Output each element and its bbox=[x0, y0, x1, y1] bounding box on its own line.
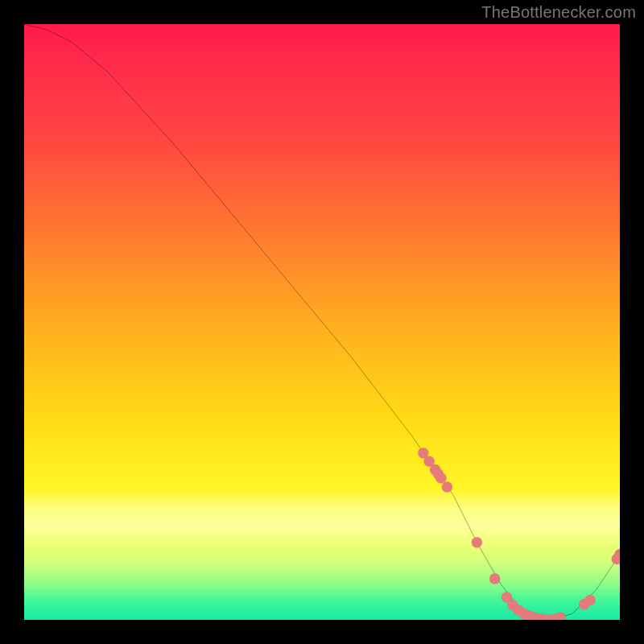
marker-dot bbox=[442, 481, 452, 492]
plot-area bbox=[24, 24, 620, 620]
line-group bbox=[24, 24, 620, 620]
marker-dot bbox=[584, 595, 595, 605]
marker-dot bbox=[579, 599, 589, 609]
marker-dot bbox=[531, 613, 542, 620]
watermark-text: TheBottlenecker.com bbox=[481, 3, 636, 22]
markers-group bbox=[418, 448, 620, 620]
chart-frame: TheBottlenecker.com bbox=[0, 0, 644, 644]
marker-dot bbox=[418, 448, 428, 458]
chart-svg bbox=[24, 24, 620, 620]
marker-dot bbox=[614, 549, 620, 559]
marker-dot bbox=[489, 573, 500, 584]
marker-dot bbox=[433, 469, 444, 479]
marker-dot bbox=[549, 614, 559, 620]
marker-dot bbox=[555, 612, 565, 620]
marker-dot bbox=[507, 600, 518, 610]
marker-dot bbox=[525, 611, 535, 620]
marker-dot bbox=[436, 473, 446, 483]
marker-dot bbox=[502, 592, 512, 602]
marker-dot bbox=[612, 554, 620, 564]
marker-dot bbox=[424, 456, 435, 467]
marker-dot bbox=[514, 605, 524, 616]
marker-dot bbox=[472, 537, 482, 547]
marker-dot bbox=[543, 614, 554, 620]
marker-dot bbox=[537, 613, 547, 620]
marker-dot bbox=[519, 609, 530, 619]
marker-dot bbox=[430, 464, 440, 475]
main-line bbox=[24, 24, 620, 620]
